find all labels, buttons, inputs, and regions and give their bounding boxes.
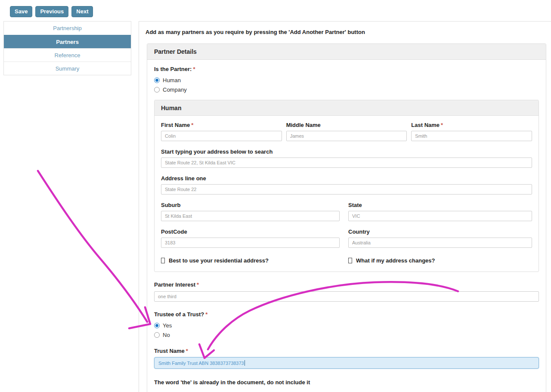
trustee-yes-radio[interactable] [154, 323, 160, 328]
country-input[interactable] [348, 238, 532, 248]
first-name-input[interactable] [161, 131, 282, 141]
trust-name-input[interactable]: Smith Family Trust ABN 3838373738373 [154, 357, 539, 369]
middle-name-label: Middle Name [286, 122, 407, 128]
intro-text: Add as many partners as you require by p… [145, 29, 365, 35]
trust-name-note: The word 'the' is already in the documen… [154, 379, 539, 386]
residential-address-help-link[interactable]: Best to use your residential address? [161, 257, 340, 264]
human-panel: Human First Name* Middle Name [154, 100, 539, 272]
human-radio[interactable] [154, 77, 160, 83]
last-name-label: Last Name* [411, 122, 532, 128]
postcode-input[interactable] [161, 238, 340, 248]
last-name-input[interactable] [411, 131, 532, 141]
address-line-one-input[interactable] [161, 184, 532, 194]
company-radio[interactable] [154, 87, 160, 93]
trustee-no-label: No [163, 332, 170, 338]
sidebar-item-partnership[interactable]: Partnership [4, 22, 131, 35]
partner-details-panel: Partner Details Is the Partner:* Human C… [147, 43, 546, 392]
required-asterisk: * [205, 311, 207, 318]
human-radio-label: Human [163, 77, 181, 83]
radio-row-no: No [154, 332, 539, 338]
step-sidebar: Partnership Partners Reference Summary [3, 21, 131, 75]
is-partner-label: Is the Partner:* [154, 66, 539, 72]
required-asterisk: * [191, 122, 193, 128]
state-label: State [348, 202, 532, 208]
sidebar-item-summary[interactable]: Summary [4, 62, 131, 75]
address-changes-help-link[interactable]: What if my address changes? [348, 257, 532, 264]
placeholder-box-icon [348, 258, 352, 263]
partner-details-title: Partner Details [147, 44, 546, 60]
required-asterisk: * [197, 281, 199, 288]
sidebar-item-partners[interactable]: Partners [4, 35, 131, 48]
trustee-no-radio[interactable] [154, 332, 160, 338]
radio-row-yes: Yes [154, 322, 539, 329]
middle-name-input[interactable] [286, 131, 407, 141]
country-label: Country [348, 228, 532, 235]
trustee-label: Trustee of a Trust?* [154, 311, 539, 318]
main-content: Add as many partners as you require by p… [139, 21, 551, 392]
postcode-label: PostCode [161, 228, 340, 235]
address-search-label: Start typing your address below to searc… [161, 148, 532, 155]
suburb-label: Suburb [161, 202, 340, 208]
radio-row-company: Company [154, 86, 539, 93]
sidebar-item-reference[interactable]: Reference [4, 48, 131, 62]
toolbar: Save Previous Next [10, 6, 93, 17]
page: Save Previous Next Partnership Partners … [0, 0, 551, 392]
radio-row-human: Human [154, 77, 539, 83]
trust-name-label: Trust Name* [154, 348, 539, 354]
annotation-arrow-to-trustee-yes [38, 171, 150, 328]
human-panel-title: Human [155, 100, 539, 116]
partner-interest-input[interactable] [154, 291, 539, 302]
next-button[interactable]: Next [71, 6, 93, 17]
trustee-yes-label: Yes [163, 322, 172, 329]
suburb-input[interactable] [161, 211, 340, 221]
required-asterisk: * [441, 122, 443, 128]
required-asterisk: * [193, 66, 195, 72]
placeholder-box-icon [161, 258, 165, 263]
previous-button[interactable]: Previous [35, 6, 68, 17]
company-radio-label: Company [163, 86, 187, 93]
state-input[interactable] [348, 211, 532, 221]
address-search-input[interactable] [161, 157, 532, 168]
required-asterisk: * [186, 348, 188, 354]
address-line-one-label: Address line one [161, 175, 532, 182]
partner-interest-label: Partner Interest* [154, 281, 539, 288]
text-caret [245, 360, 245, 366]
save-button[interactable]: Save [10, 6, 32, 17]
first-name-label: First Name* [161, 122, 282, 128]
